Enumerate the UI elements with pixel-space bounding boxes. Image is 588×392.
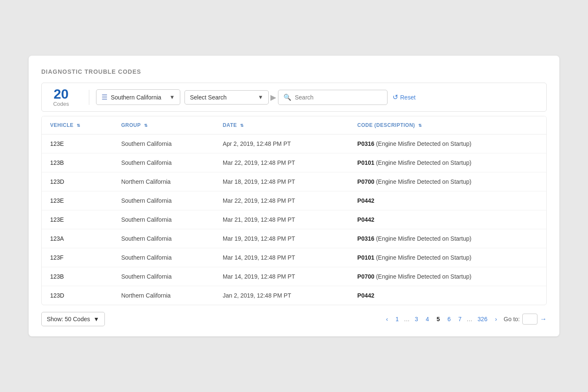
code-label: Codes — [53, 101, 69, 107]
data-table: VEHICLE ⇅ GROUP ⇅ DATE ⇅ CODE (DESCRIPTI… — [41, 116, 547, 305]
pagination-current: 5 — [434, 315, 442, 323]
table-row: 123DNorthern CaliforniaMar 18, 2019, 12:… — [42, 172, 546, 191]
cell-code: P0316 (Engine Misfire Detected on Startu… — [349, 134, 546, 153]
sort-icon-vehicle: ⇅ — [77, 123, 80, 128]
cell-vehicle: 123F — [42, 248, 113, 267]
cell-group: Northern California — [113, 172, 214, 191]
table-row: 123DNorthern CaliforniaJan 2, 2019, 12:4… — [42, 286, 546, 305]
cell-code: P0442 — [349, 210, 546, 229]
pagination-page-1[interactable]: 1 — [393, 315, 401, 323]
cell-date: Mar 22, 2019, 12:48 PM PT — [214, 153, 349, 172]
table-row: 123BSouthern CaliforniaMar 14, 2019, 12:… — [42, 267, 546, 286]
cell-vehicle: 123D — [42, 286, 113, 305]
code-description: (Engine Misfire Detected on Startup) — [374, 178, 471, 185]
pagination-page-6[interactable]: 6 — [445, 315, 453, 323]
search-box: 🔍 — [278, 90, 388, 105]
pagination-page-326[interactable]: 326 — [475, 315, 490, 323]
search-input[interactable] — [295, 94, 382, 101]
cell-date: Jan 2, 2019, 12:48 PM PT — [214, 286, 349, 305]
pagination-page-4[interactable]: 4 — [423, 315, 432, 323]
cell-date: Mar 18, 2019, 12:48 PM PT — [214, 172, 349, 191]
goto-section: Go to: → — [504, 314, 547, 325]
cell-vehicle: 123D — [42, 172, 113, 191]
pagination-area: ‹ 1 … 3 4 5 6 7 … 326 › Go to: → — [383, 314, 547, 325]
code-description: (Engine Misfire Detected on Startup) — [374, 235, 471, 242]
code-bold: P0442 — [357, 292, 374, 299]
goto-arrow-icon[interactable]: → — [540, 315, 547, 323]
pagination-dots-1: … — [404, 316, 410, 322]
group-label: Southern California — [111, 94, 166, 101]
pagination-page-3[interactable]: 3 — [412, 315, 421, 323]
show-label: Show: 50 Codes — [47, 316, 90, 322]
cell-code: P0700 (Engine Misfire Detected on Startu… — [349, 172, 546, 191]
code-description: (Engine Misfire Detected on Startup) — [374, 159, 471, 166]
cell-date: Mar 21, 2019, 12:48 PM PT — [214, 210, 349, 229]
goto-input[interactable] — [522, 314, 537, 325]
divider — [89, 90, 89, 105]
cell-date: Apr 2, 2019, 12:48 PM PT — [214, 134, 349, 153]
col-group[interactable]: GROUP ⇅ — [113, 116, 214, 134]
col-date[interactable]: DATE ⇅ — [214, 116, 349, 134]
cell-group: Southern California — [113, 134, 214, 153]
goto-label: Go to: — [504, 316, 520, 322]
group-dropdown[interactable]: ☰ Southern California ▼ — [96, 89, 180, 105]
pagination-next[interactable]: › — [492, 315, 500, 323]
show-dropdown[interactable]: Show: 50 Codes ▼ — [41, 312, 105, 326]
table-row: 123ESouthern CaliforniaApr 2, 2019, 12:4… — [42, 134, 546, 153]
cell-date: Mar 14, 2019, 12:48 PM PT — [214, 248, 349, 267]
cell-code: P0442 — [349, 286, 546, 305]
cell-date: Mar 22, 2019, 12:48 PM PT — [214, 191, 349, 210]
code-count: 20 Codes — [48, 87, 74, 107]
search-icon: 🔍 — [283, 94, 291, 101]
table-body: 123ESouthern CaliforniaApr 2, 2019, 12:4… — [42, 134, 546, 305]
cell-code: P0316 (Engine Misfire Detected on Startu… — [349, 229, 546, 248]
code-bold: P0101 — [357, 254, 374, 261]
cell-group: Southern California — [113, 191, 214, 210]
pagination-prev[interactable]: ‹ — [383, 315, 390, 323]
cell-code: P0101 (Engine Misfire Detected on Startu… — [349, 153, 546, 172]
code-description: (Engine Misfire Detected on Startup) — [374, 254, 471, 261]
cell-code: P0101 (Engine Misfire Detected on Startu… — [349, 248, 546, 267]
code-number: 20 — [53, 87, 69, 101]
table-row: 123BSouthern CaliforniaMar 22, 2019, 12:… — [42, 153, 546, 172]
code-bold: P0316 — [357, 235, 374, 242]
select-search-chevron-icon: ▼ — [258, 94, 263, 100]
cell-vehicle: 123A — [42, 229, 113, 248]
table-row: 123ASouthern CaliforniaMar 19, 2019, 12:… — [42, 229, 546, 248]
code-description: (Engine Misfire Detected on Startup) — [374, 140, 471, 147]
cell-code: P0700 (Engine Misfire Detected on Startu… — [349, 267, 546, 286]
pagination-page-7[interactable]: 7 — [456, 315, 464, 323]
pagination: ‹ 1 … 3 4 5 6 7 … 326 › — [383, 315, 499, 323]
footer: Show: 50 Codes ▼ ‹ 1 … 3 4 5 6 7 … 326 ›… — [41, 312, 547, 326]
cell-group: Southern California — [113, 210, 214, 229]
toolbar: 20 Codes ☰ Southern California ▼ Select … — [41, 83, 547, 112]
cell-vehicle: 123E — [42, 134, 113, 153]
cell-group: Northern California — [113, 286, 214, 305]
page-title: DIAGNOSTIC TROUBLE CODES — [41, 68, 547, 75]
group-chevron-icon: ▼ — [169, 94, 175, 100]
group-icon: ☰ — [102, 93, 107, 101]
table-header: VEHICLE ⇅ GROUP ⇅ DATE ⇅ CODE (DESCRIPTI… — [42, 116, 546, 134]
code-bold: P0316 — [357, 140, 374, 147]
code-description: (Engine Misfire Detected on Startup) — [374, 273, 471, 280]
cell-vehicle: 123B — [42, 267, 113, 286]
table-row: 123FSouthern CaliforniaMar 14, 2019, 12:… — [42, 248, 546, 267]
cell-code: P0442 — [349, 191, 546, 210]
cell-group: Southern California — [113, 267, 214, 286]
select-search-dropdown[interactable]: Select Search ▼ — [184, 90, 269, 105]
reset-button[interactable]: ↺ Reset — [393, 93, 416, 101]
main-card: DIAGNOSTIC TROUBLE CODES 20 Codes ☰ Sout… — [29, 56, 559, 336]
code-bold: P0442 — [357, 216, 374, 223]
reset-icon: ↺ — [393, 93, 398, 101]
code-bold: P0442 — [357, 197, 374, 204]
reset-label: Reset — [400, 94, 416, 101]
cell-group: Southern California — [113, 153, 214, 172]
table-row: 123ESouthern CaliforniaMar 22, 2019, 12:… — [42, 191, 546, 210]
col-code[interactable]: CODE (DESCRIPTION) ⇅ — [349, 116, 546, 134]
col-vehicle[interactable]: VEHICLE ⇅ — [42, 116, 113, 134]
code-bold: P0101 — [357, 159, 374, 166]
code-bold: P0700 — [357, 178, 374, 185]
cell-group: Southern California — [113, 248, 214, 267]
select-search-label: Select Search — [190, 94, 254, 101]
cell-date: Mar 19, 2019, 12:48 PM PT — [214, 229, 349, 248]
